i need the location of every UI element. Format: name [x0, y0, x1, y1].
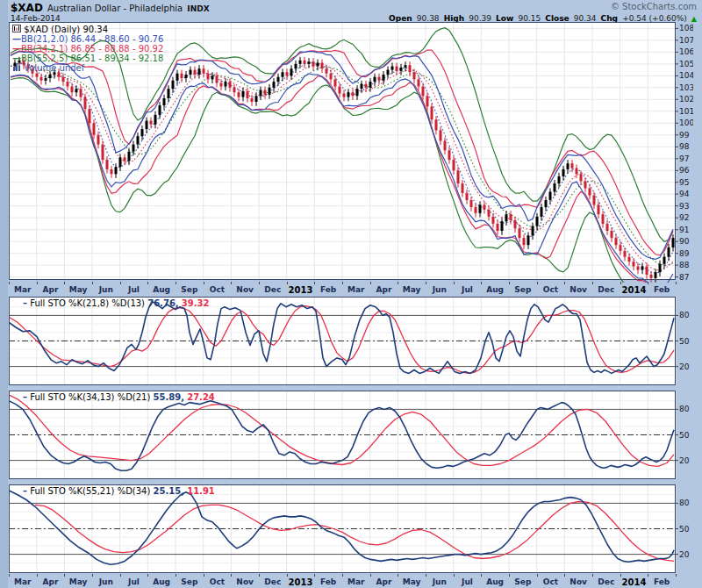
axis-tick: [676, 574, 677, 577]
month-label: Jun: [433, 285, 447, 294]
year-label: 2013: [289, 577, 313, 587]
svg-text:96: 96: [679, 166, 690, 175]
svg-text:101: 101: [679, 107, 693, 116]
stoch2-line-icon: –: [23, 392, 27, 402]
month-label: Aug: [153, 577, 170, 586]
svg-text:98: 98: [679, 142, 690, 151]
stoch2-d-value: 27.24: [187, 392, 215, 402]
axis-tick: [147, 282, 148, 284]
axis-tick: [314, 574, 315, 577]
legend-title-row: $XAD (Daily) 90.34: [12, 25, 163, 34]
stoch3-line-icon: –: [23, 486, 27, 496]
month-label: Oct: [210, 577, 225, 586]
month-label: Jul: [128, 577, 140, 586]
month-label: Jul: [128, 285, 140, 294]
month-label: Oct: [210, 285, 225, 294]
legend-title: $XAD (Daily) 90.34: [24, 25, 108, 34]
axis-tick: [37, 282, 38, 284]
month-label: Feb: [654, 285, 670, 294]
month-label: Feb: [320, 577, 336, 586]
stoch3-label: Full STO %K(55,21) %D(34): [30, 486, 150, 496]
axis-tick: [454, 574, 455, 577]
svg-text:50: 50: [679, 525, 690, 534]
axis-tick: [342, 282, 343, 284]
svg-text:20: 20: [679, 550, 690, 559]
stochastic-panel-3: 805020: [9, 484, 693, 574]
month-label: May: [69, 577, 88, 586]
axis-tick: [204, 282, 204, 284]
month-label: Dec: [598, 285, 614, 294]
symbol: $XAD: [11, 2, 43, 14]
month-label: Apr: [43, 285, 59, 294]
axis-tick: [231, 574, 232, 577]
month-label: Aug: [153, 285, 170, 294]
month-label: Jul: [462, 285, 473, 294]
month-label: Aug: [486, 285, 504, 294]
svg-text:94: 94: [679, 190, 690, 198]
chart-header-right: © StockCharts.com Open 90.38 High 90.39 …: [389, 2, 697, 24]
legend-bb21: —BB(21,2.0) 86.44 - 88.60 - 90.76: [12, 34, 163, 44]
svg-text:90: 90: [679, 237, 690, 246]
month-label: May: [69, 285, 88, 294]
x-axis-months-top: MarAprMayJunJulAugSepOctNovDec2013FebMar…: [0, 282, 702, 296]
axis-tick: [592, 282, 593, 284]
month-label: Oct: [543, 285, 558, 294]
month-label: Sep: [181, 285, 197, 294]
month-label: Feb: [654, 577, 670, 586]
stoch3-k-value: 25.15,: [154, 486, 184, 496]
stoch2-label-row: – Full STO %K(34,13) %D(21) 55.89, 27.24: [23, 392, 215, 402]
month-label: Jul: [462, 577, 473, 586]
axis-tick: [176, 574, 176, 577]
month-label: Dec: [264, 285, 281, 294]
axis-tick: [204, 574, 204, 577]
stoch1-label-row: – Full STO %K(21,8) %D(13) 76.76, 39.32: [23, 298, 209, 308]
year-label: 2014: [622, 285, 647, 295]
axis-tick: [9, 574, 10, 577]
axis-tick: [92, 574, 93, 577]
stockcharts-page: $XAD Australian Dollar - Philadelphia IN…: [0, 0, 702, 588]
axis-tick: [537, 282, 538, 284]
axis-tick: [398, 282, 398, 284]
chart-header-left: $XAD Australian Dollar - Philadelphia IN…: [11, 2, 210, 24]
svg-text:50: 50: [679, 431, 690, 440]
stoch1-d-value: 39.32: [182, 298, 210, 308]
axis-tick: [537, 574, 538, 577]
month-label: Mar: [14, 577, 31, 586]
svg-text:50: 50: [679, 337, 690, 346]
axis-tick: [120, 282, 121, 284]
month-label: Mar: [347, 577, 364, 586]
month-label: Apr: [43, 577, 59, 586]
month-label: Sep: [514, 577, 531, 586]
axis-tick: [314, 282, 315, 284]
symbol-name: Australian Dollar - Philadelphia: [47, 4, 183, 13]
month-label: Dec: [264, 577, 281, 586]
month-label: Jun: [99, 577, 113, 586]
svg-text:105: 105: [679, 60, 693, 68]
svg-text:91: 91: [679, 226, 689, 234]
svg-text:20: 20: [679, 362, 690, 371]
svg-text:95: 95: [679, 178, 689, 187]
svg-text:87: 87: [679, 273, 689, 282]
svg-text:97: 97: [679, 154, 689, 163]
x-axis-months-bottom: MarAprMayJunJulAugSepOctNovDec2013FebMar…: [0, 574, 702, 588]
svg-text:99: 99: [679, 131, 690, 140]
svg-text:80: 80: [679, 405, 690, 413]
month-label: Sep: [181, 577, 197, 586]
axis-tick: [564, 574, 565, 577]
stochastic-panel-1: 805020: [9, 297, 693, 386]
svg-text:20: 20: [679, 456, 690, 465]
svg-text:106: 106: [679, 47, 693, 56]
svg-text:80: 80: [679, 311, 690, 319]
axis-tick: [592, 574, 593, 577]
legend-volume-row: Volume undef: [12, 63, 163, 73]
svg-text:93: 93: [679, 202, 689, 211]
month-label: Nov: [236, 285, 254, 294]
month-label: Sep: [514, 285, 531, 294]
stoch2-label: Full STO %K(34,13) %D(21): [30, 392, 150, 402]
month-label: Oct: [543, 577, 558, 586]
axis-tick: [454, 282, 455, 284]
svg-text:107: 107: [679, 36, 693, 45]
month-label: Jun: [433, 577, 447, 586]
axis-tick: [64, 282, 65, 284]
month-label: May: [403, 285, 421, 294]
